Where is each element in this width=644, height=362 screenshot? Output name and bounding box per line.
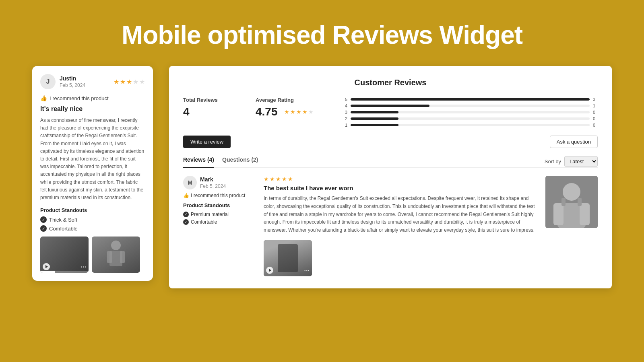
avg-star-4: ★: [302, 109, 308, 115]
more-options-icon-1[interactable]: ⋯: [80, 264, 86, 270]
bar-fill-5: [351, 98, 590, 101]
bar-fill-4: [351, 105, 429, 107]
widgets-container: J Justin Feb 5, 2024 ★ ★ ★ ★ ★ 👍 I recom…: [0, 66, 644, 288]
d-reviewer-info: Mark Feb 5, 2024: [200, 176, 226, 189]
d-play-button[interactable]: [266, 267, 273, 274]
d-star-3: ★: [276, 176, 281, 182]
suit-figure-icon: [92, 237, 140, 273]
tab-reviews[interactable]: Reviews (4): [183, 156, 214, 168]
avg-rating-label: Average Rating: [256, 97, 320, 103]
svg-point-5: [563, 183, 580, 201]
standout-label-1: Thick & Soft: [49, 217, 77, 223]
bar-fill-1: [351, 124, 398, 126]
sort-label: Sort by: [545, 158, 561, 165]
sort-select[interactable]: Latest Oldest Highest Lowest: [564, 156, 598, 167]
d-star-5: ★: [288, 176, 293, 182]
write-review-button[interactable]: Write a review: [183, 136, 231, 148]
d-standouts-title: Product Standouts: [183, 202, 256, 208]
desktop-review-body: In terms of durability, the Regal Gentle…: [264, 195, 537, 234]
bar-track-2: [351, 117, 590, 120]
star-2: ★: [120, 78, 126, 86]
avatar: J: [40, 74, 56, 89]
tabs-row: Reviews (4) Questions (2) Sort by Latest…: [183, 156, 598, 168]
recommend-row: 👍 I recommend this product: [40, 95, 145, 101]
standout-item-1: ✓ Thick & Soft: [40, 216, 145, 223]
ask-question-button[interactable]: Ask a question: [550, 136, 598, 148]
d-recommend-text: I recommend this product: [191, 193, 245, 198]
total-reviews-section: Total Reviews 4: [183, 97, 231, 118]
desktop-review-right: [545, 176, 598, 276]
rating-bar-3: 3 0: [344, 110, 598, 115]
recommend-text: I recommend this product: [50, 95, 109, 101]
desktop-review-center: ★ ★ ★ ★ ★ The best suite I have ever wor…: [264, 176, 537, 276]
bar-count-3: 0: [593, 110, 598, 115]
bar-count-5: 3: [593, 97, 598, 102]
d-star-1: ★: [264, 176, 269, 182]
d-avatar: M: [183, 176, 197, 189]
avg-star-5: ★: [308, 109, 314, 115]
d-standout-item-1: ✓ Premium material: [183, 212, 256, 217]
d-standout-item-2: ✓ Comfortable: [183, 219, 256, 225]
svg-rect-8: [580, 203, 590, 225]
avg-star-3: ★: [296, 109, 301, 115]
star-5: ★: [139, 78, 145, 86]
buttons-row: Write a review Ask a question: [183, 136, 598, 148]
review-date: Feb 5, 2024: [60, 82, 114, 88]
bar-track-4: [351, 105, 590, 107]
star-1: ★: [114, 78, 119, 86]
avg-rating-section: Average Rating 4.75 ★ ★ ★ ★ ★: [256, 97, 320, 118]
stars: ★ ★ ★ ★ ★: [114, 78, 145, 86]
d-standout-label-2: Comfortable: [191, 219, 217, 225]
reviewer-info: Justin Feb 5, 2024: [60, 75, 114, 88]
bar-track-5: [351, 98, 590, 101]
standout-label-2: Comfortable: [49, 226, 78, 232]
reviewer-name: Justin: [60, 75, 114, 82]
check-icon-1: ✓: [40, 216, 47, 223]
svg-rect-10: [578, 198, 582, 206]
svg-rect-9: [561, 198, 566, 206]
d-recommend-row: 👍 I recommend this product: [183, 193, 256, 198]
d-thumb-icon: 👍: [183, 193, 189, 198]
d-more-options-icon[interactable]: ⋯: [304, 267, 310, 274]
page-title: Mobile optimised Reviews Widget: [0, 0, 644, 66]
tab-questions[interactable]: Questions (2): [222, 156, 258, 167]
avg-star-2: ★: [290, 109, 295, 115]
media-row: ⋯: [40, 237, 145, 273]
play-button-1[interactable]: [43, 263, 50, 270]
bar-track-3: [351, 111, 590, 113]
tabs-area: Reviews (4) Questions (2): [183, 156, 258, 167]
d-reviewer-row: M Mark Feb 5, 2024: [183, 176, 256, 189]
bar-count-4: 1: [593, 103, 598, 108]
review-photo: [545, 176, 598, 228]
d-video-thumb[interactable]: ⋯: [264, 240, 312, 276]
d-media-row: ⋯: [264, 240, 537, 276]
video-thumb-2[interactable]: [92, 237, 140, 273]
d-review-date: Feb 5, 2024: [200, 183, 226, 189]
bar-label-1: 1: [344, 123, 347, 128]
rating-bar-4: 4 1: [344, 103, 598, 108]
rating-bar-5: 5 3: [344, 97, 598, 102]
d-standout-label-1: Premium material: [191, 212, 229, 217]
svg-point-0: [111, 241, 121, 250]
bar-fill-2: [351, 117, 398, 120]
stats-row: Total Reviews 4 Average Rating 4.75 ★ ★ …: [183, 97, 598, 128]
d-stars-row: ★ ★ ★ ★ ★: [264, 176, 537, 182]
desktop-review-title: The best suite I have ever worn: [264, 185, 537, 191]
mobile-widget: J Justin Feb 5, 2024 ★ ★ ★ ★ ★ 👍 I recom…: [32, 66, 153, 281]
standouts-title: Product Standouts: [40, 207, 145, 213]
standout-item-2: ✓ Comfortable: [40, 225, 145, 232]
rating-bars: 5 3 4 1 3 0 2 0: [344, 97, 598, 128]
video-thumb-1[interactable]: ⋯: [40, 237, 89, 273]
widget-title: Customer Reviews: [183, 78, 598, 87]
d-reviewer-name: Mark: [200, 176, 226, 183]
d-star-2: ★: [270, 176, 275, 182]
total-reviews-label: Total Reviews: [183, 97, 231, 103]
bar-count-2: 0: [593, 116, 598, 121]
rating-bar-1: 1 0: [344, 123, 598, 128]
review-header: J Justin Feb 5, 2024 ★ ★ ★ ★ ★: [40, 74, 145, 89]
desktop-review: M Mark Feb 5, 2024 👍 I recommend this pr…: [183, 176, 598, 276]
sort-row: Sort by Latest Oldest Highest Lowest: [545, 156, 598, 167]
desktop-review-left: M Mark Feb 5, 2024 👍 I recommend this pr…: [183, 176, 256, 276]
star-3: ★: [126, 78, 132, 86]
avg-stars: ★ ★ ★ ★ ★: [284, 109, 314, 115]
